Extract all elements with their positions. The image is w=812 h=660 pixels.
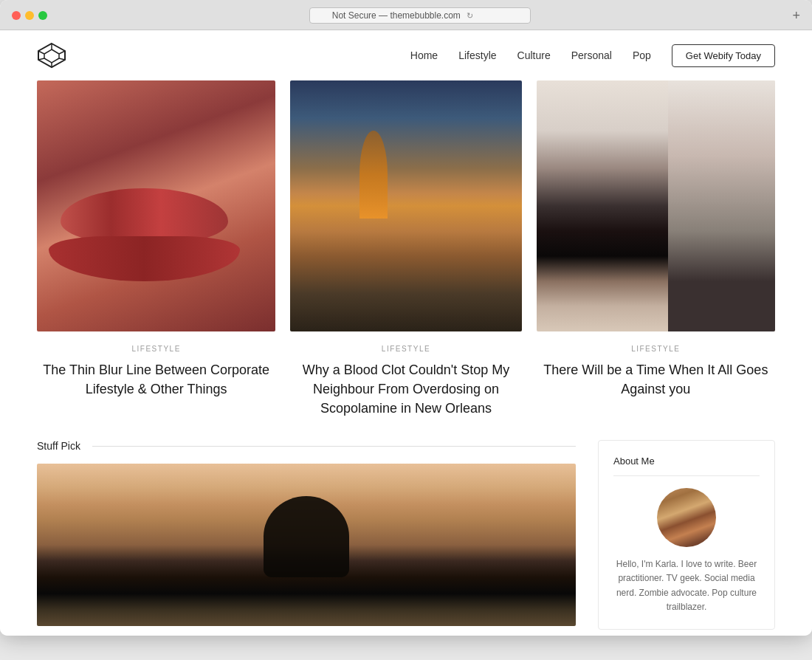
bottom-section: Stuff Pick About Me Hello, I'm Karla. I … — [0, 440, 812, 630]
featured-card-2[interactable]: LIFESTYLE Why a Blood Clot Couldn't Stop… — [283, 80, 529, 418]
nav-pop[interactable]: Pop — [633, 49, 651, 61]
card-image-couple — [537, 80, 775, 331]
browser-chrome: Not Secure — themebubble.com ↻ + — [0, 0, 812, 30]
logo[interactable] — [37, 42, 66, 69]
refresh-icon[interactable]: ↻ — [467, 11, 473, 21]
about-widget: About Me Hello, I'm Karla. I love to wri… — [598, 440, 775, 630]
nav-home[interactable]: Home — [410, 49, 438, 61]
section-divider — [92, 446, 576, 447]
traffic-lights — [12, 11, 47, 20]
minimize-button[interactable] — [25, 11, 34, 20]
card-title-1: The Thin Blur Line Between Corporate Lif… — [37, 360, 275, 399]
svg-line-6 — [38, 58, 44, 60]
page-content: Home Lifestyle Culture Personal Pop Get … — [0, 30, 812, 636]
address-bar: Not Secure — themebubble.com ↻ — [56, 7, 783, 24]
featured-card-1[interactable]: LIFESTYLE The Thin Blur Line Between Cor… — [37, 80, 283, 418]
card-image-lips — [37, 80, 275, 331]
featured-grid: LIFESTYLE The Thin Blur Line Between Cor… — [0, 80, 812, 418]
url-field[interactable]: Not Secure — themebubble.com ↻ — [309, 7, 531, 24]
nav-links: Home Lifestyle Culture Personal Pop Get … — [410, 44, 775, 67]
svg-marker-1 — [44, 49, 59, 63]
featured-card-3[interactable]: LIFESTYLE There Will be a Time When It A… — [529, 80, 775, 418]
stuff-pick-title: Stuff Pick — [37, 440, 80, 452]
about-bio: Hello, I'm Karla. I love to write. Beer … — [613, 557, 760, 614]
card-category-1: LIFESTYLE — [37, 345, 275, 353]
card-image-city — [290, 80, 521, 331]
avatar — [657, 488, 716, 547]
silhouette-image — [37, 464, 576, 626]
browser-window: Not Secure — themebubble.com ↻ + — [0, 0, 812, 636]
card-title-3: There Will be a Time When It All Goes Ag… — [537, 360, 775, 399]
card-category-3: LIFESTYLE — [537, 345, 775, 353]
stuff-pick-header: Stuff Pick — [37, 440, 576, 452]
about-title: About Me — [613, 456, 655, 467]
card-category-2: LIFESTYLE — [290, 345, 521, 353]
stuff-pick-image[interactable] — [37, 464, 576, 626]
stuff-pick-section: Stuff Pick — [37, 440, 576, 630]
new-tab-button[interactable]: + — [792, 8, 800, 24]
get-webify-button[interactable]: Get Webify Today — [672, 44, 775, 67]
nav-culture[interactable]: Culture — [517, 49, 551, 61]
svg-line-4 — [59, 58, 65, 60]
nav-lifestyle[interactable]: Lifestyle — [458, 49, 496, 61]
card-title-2: Why a Blood Clot Couldn't Stop My Neighb… — [290, 360, 521, 418]
avatar-image — [657, 488, 716, 547]
svg-line-3 — [59, 51, 65, 54]
logo-icon — [37, 42, 66, 69]
about-widget-header: About Me — [613, 456, 760, 476]
close-button[interactable] — [12, 11, 21, 20]
address-text: Not Secure — themebubble.com — [332, 10, 461, 21]
nav-personal[interactable]: Personal — [571, 49, 612, 61]
maximize-button[interactable] — [38, 11, 47, 20]
navigation: Home Lifestyle Culture Personal Pop Get … — [0, 30, 812, 80]
svg-line-7 — [38, 51, 44, 54]
